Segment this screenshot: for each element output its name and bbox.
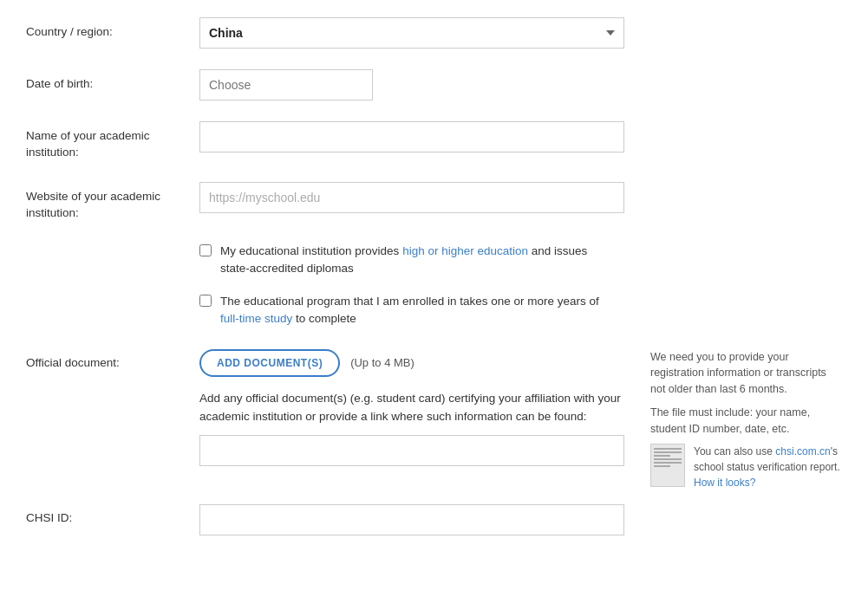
add-document-button[interactable]: ADD DOCUMENT(S) (199, 349, 340, 377)
chsi-link[interactable]: chsi.com.cn (775, 445, 830, 458)
country-control-wrap: China United States United Kingdom Germa… (199, 17, 650, 49)
checkbox2-row: The educational program that I am enroll… (199, 293, 842, 328)
dob-row: Date of birth: (26, 69, 842, 101)
checkbox1-highlight: high or higher education (402, 244, 528, 257)
website-input[interactable] (199, 182, 624, 213)
how-it-looks-link[interactable]: How it looks? (694, 477, 755, 489)
add-doc-row: ADD DOCUMENT(S) (Up to 4 MB) (199, 349, 624, 377)
official-doc-row: Official document: ADD DOCUMENT(S) (Up t… (26, 349, 842, 491)
checkbox2-highlight: full-time study (220, 312, 292, 325)
side-note-inner: You can also use chsi.com.cn's school st… (650, 444, 842, 490)
doc-line-3 (654, 455, 670, 457)
dob-label: Date of birth: (26, 69, 199, 93)
doc-line-5 (654, 462, 682, 464)
side-note-text3: You can also use (694, 445, 775, 458)
dob-input[interactable] (199, 69, 373, 101)
upload-size-limit: (Up to 4 MB) (350, 356, 414, 369)
side-note-text1: We need you to provide your registration… (650, 349, 842, 398)
checkbox2-label: The educational program that I am enroll… (220, 293, 610, 328)
website-label: Website of your academic institution: (26, 182, 199, 222)
checkbox1-label: My educational institution provides high… (220, 243, 610, 278)
country-region-row: Country / region: China United States Un… (26, 17, 842, 49)
institution-row: Name of your academic institution: (26, 121, 842, 161)
side-note-chsi-text: You can also use chsi.com.cn's school st… (694, 444, 842, 490)
chsi-label: CHSI ID: (26, 504, 199, 524)
document-icon (650, 444, 685, 487)
checkbox2[interactable] (199, 295, 212, 307)
checkbox1[interactable] (199, 244, 212, 256)
doc-line-1 (654, 448, 682, 450)
country-label: Country / region: (26, 17, 199, 41)
institution-label: Name of your academic institution: (26, 121, 199, 161)
official-wrapper: ADD DOCUMENT(S) (Up to 4 MB) Add any off… (199, 349, 842, 491)
website-control-wrap (199, 182, 650, 213)
checkbox1-row: My educational institution provides high… (199, 243, 842, 278)
checkbox-section: My educational institution provides high… (199, 243, 842, 328)
official-desc-text: Add any official document(s) (e.g. stude… (199, 389, 624, 426)
chsi-row: CHSI ID: (26, 504, 842, 535)
chsi-input[interactable] (199, 504, 624, 535)
official-link-input[interactable] (199, 435, 624, 466)
institution-control-wrap (199, 121, 650, 152)
doc-line-4 (654, 458, 682, 460)
doc-line-2 (654, 451, 682, 453)
side-note-text2: The file must include: your name, studen… (650, 405, 842, 438)
country-select[interactable]: China United States United Kingdom Germa… (199, 17, 624, 49)
official-doc-label: Official document: (26, 349, 199, 369)
doc-line-6 (654, 465, 670, 467)
website-row: Website of your academic institution: (26, 182, 842, 222)
side-note: We need you to provide your registration… (650, 349, 842, 491)
form-container: Country / region: China United States Un… (0, 0, 868, 610)
official-content: ADD DOCUMENT(S) (Up to 4 MB) Add any off… (199, 349, 624, 466)
institution-input[interactable] (199, 121, 624, 152)
dob-control-wrap (199, 69, 650, 101)
